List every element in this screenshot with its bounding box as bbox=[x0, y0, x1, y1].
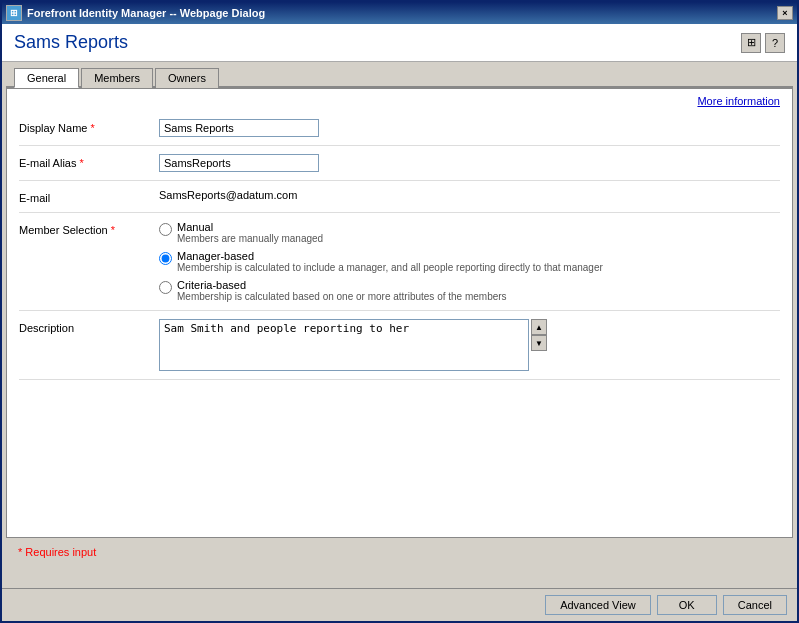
display-name-label: Display Name * bbox=[19, 119, 159, 134]
display-name-row: Display Name * bbox=[19, 111, 780, 146]
display-name-control bbox=[159, 119, 780, 137]
member-selection-control: Manual Members are manually managed Mana… bbox=[159, 221, 780, 302]
tab-members[interactable]: Members bbox=[81, 68, 153, 88]
header-icons: ⊞ ? bbox=[741, 33, 785, 53]
bottom-bar: Advanced View OK Cancel bbox=[2, 588, 797, 621]
email-alias-control bbox=[159, 154, 780, 172]
radio-item-manager: Manager-based Membership is calculated t… bbox=[159, 250, 780, 273]
close-button[interactable]: × bbox=[777, 6, 793, 20]
radio-item-manual: Manual Members are manually managed bbox=[159, 221, 780, 244]
title-bar: ⊞ Forefront Identity Manager -- Webpage … bbox=[2, 2, 797, 24]
radio-manager-label: Manager-based bbox=[177, 250, 603, 262]
page-title: Sams Reports bbox=[14, 32, 128, 53]
email-value: SamsReports@adatum.com bbox=[159, 186, 297, 201]
description-label: Description bbox=[19, 319, 159, 334]
email-alias-label: E-mail Alias * bbox=[19, 154, 159, 169]
display-name-required: * bbox=[91, 122, 95, 134]
cancel-button[interactable]: Cancel bbox=[723, 595, 787, 615]
email-row: E-mail SamsReports@adatum.com bbox=[19, 181, 780, 213]
ok-button[interactable]: OK bbox=[657, 595, 717, 615]
scroll-down-button[interactable]: ▼ bbox=[531, 335, 547, 351]
requires-input-note: * Requires input bbox=[6, 538, 793, 566]
display-name-input[interactable] bbox=[159, 119, 319, 137]
content-area: More information Display Name * E-mail A… bbox=[6, 88, 793, 538]
help-icon-button[interactable]: ? bbox=[765, 33, 785, 53]
radio-criteria-sub: Membership is calculated based on one or… bbox=[177, 291, 507, 302]
email-alias-row: E-mail Alias * bbox=[19, 146, 780, 181]
radio-criteria[interactable] bbox=[159, 281, 172, 294]
tab-general[interactable]: General bbox=[14, 68, 79, 88]
email-control: SamsReports@adatum.com bbox=[159, 189, 780, 201]
radio-manual[interactable] bbox=[159, 223, 172, 236]
scroll-buttons: ▲ ▼ bbox=[531, 319, 547, 351]
description-wrapper: Sam Smith and people reporting to her ▲ … bbox=[159, 319, 529, 371]
radio-manager[interactable] bbox=[159, 252, 172, 265]
description-row: Description Sam Smith and people reporti… bbox=[19, 311, 780, 380]
description-textarea[interactable]: Sam Smith and people reporting to her bbox=[159, 319, 529, 371]
member-selection-required: * bbox=[111, 224, 115, 236]
radio-criteria-label: Criteria-based bbox=[177, 279, 507, 291]
window-title: Forefront Identity Manager -- Webpage Di… bbox=[27, 7, 265, 19]
dialog-header: Sams Reports ⊞ ? bbox=[2, 24, 797, 62]
member-selection-label: Member Selection * bbox=[19, 221, 159, 236]
tabs-area: General Members Owners bbox=[6, 62, 793, 88]
more-information-link[interactable]: More information bbox=[19, 95, 780, 107]
radio-manual-sub: Members are manually managed bbox=[177, 233, 323, 244]
email-alias-input[interactable] bbox=[159, 154, 319, 172]
email-alias-required: * bbox=[80, 157, 84, 169]
radio-manager-sub: Membership is calculated to include a ma… bbox=[177, 262, 603, 273]
radio-item-criteria: Criteria-based Membership is calculated … bbox=[159, 279, 780, 302]
app-icon: ⊞ bbox=[6, 5, 22, 21]
main-content: General Members Owners More information … bbox=[2, 62, 797, 588]
tab-owners[interactable]: Owners bbox=[155, 68, 219, 88]
advanced-view-button[interactable]: Advanced View bbox=[545, 595, 651, 615]
radio-manual-label: Manual bbox=[177, 221, 323, 233]
scroll-up-button[interactable]: ▲ bbox=[531, 319, 547, 335]
email-label: E-mail bbox=[19, 189, 159, 204]
description-control: Sam Smith and people reporting to her ▲ … bbox=[159, 319, 780, 371]
member-selection-row: Member Selection * Manual Members are ma… bbox=[19, 213, 780, 311]
add-icon-button[interactable]: ⊞ bbox=[741, 33, 761, 53]
